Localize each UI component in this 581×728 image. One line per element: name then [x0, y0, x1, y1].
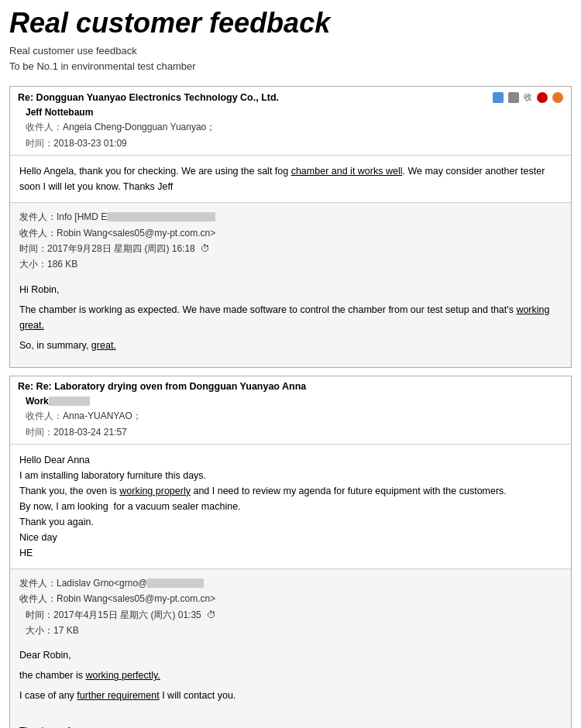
- quoted-greeting-2: Dear Robin,: [19, 647, 562, 663]
- quoted-from-1: 发件人：Info [HMD E■■■■■■■■■■■■■■■■■■■■■: [19, 209, 562, 225]
- email-time-1: 时间：2018-03-23 01:09: [18, 136, 563, 152]
- quoted-section-2: 发件人：Ladislav Grno<grno@■■■■■■■■■■■ 收件人：R…: [10, 568, 571, 728]
- quoted-meta-1: 发件人：Info [HMD E■■■■■■■■■■■■■■■■■■■■■ 收件人…: [19, 209, 562, 273]
- email-subject-2: Re: Re: Laboratory drying oven from Dong…: [18, 381, 306, 392]
- quoted-underline-2b: further requirement: [77, 690, 159, 701]
- quoted-greeting-1: Hi Robin,: [19, 282, 562, 297]
- body-line-1: I am installing laboratory furniture thi…: [19, 468, 562, 483]
- quoted-closing-2: Thank you for care.: [19, 723, 562, 728]
- quoted-meta-2: 发件人：Ladislav Grno<grno@■■■■■■■■■■■ 收件人：R…: [19, 575, 562, 639]
- redacted-1: ■■■■■■■■■■■■■■■■■■■■■: [107, 212, 215, 221]
- quoted-to-2: 收件人：Robin Wang<sales05@my-pt.com.cn>: [19, 591, 562, 606]
- quoted-body-text-4: I case of any further requirement I will…: [19, 688, 562, 703]
- email-icon-orange: [552, 92, 563, 103]
- body-line-2: Thank you, the oven is working properly …: [19, 483, 562, 499]
- body-line-3: By now, I am looking for a vacuum sealer…: [19, 499, 562, 514]
- email-sender-1: Jeff Nottebaum: [18, 105, 563, 119]
- body-underline-1: chamber and it works well: [291, 166, 403, 177]
- email-icon-text1: 收: [524, 91, 532, 103]
- quoted-time-1: 时间：2017年9月28日 星期四 (周四) 16:18 ⏱: [19, 241, 562, 256]
- email-sender-2: Work■■■■■■■■: [18, 394, 563, 408]
- quoted-from-2: 发件人：Ladislav Grno<grno@■■■■■■■■■■■: [19, 575, 562, 591]
- page-subtitle: Real customer use feedback To be No.1 in…: [9, 43, 572, 76]
- email-icons-1: 收: [493, 91, 563, 103]
- email-block-1: Re: Dongguan Yuanyao Electronics Technol…: [9, 86, 572, 368]
- email-time-2: 时间：2018-03-24 21:57: [18, 424, 563, 441]
- body-line-6: HE: [19, 545, 562, 561]
- email-icon-blue: [493, 92, 504, 103]
- quoted-size-2: 大小：17 KB: [19, 623, 562, 638]
- clock-icon-1: ⏱: [201, 243, 210, 254]
- quoted-section-1: 发件人：Info [HMD E■■■■■■■■■■■■■■■■■■■■■ 收件人…: [10, 202, 571, 367]
- quoted-underline-2a: working perfectly.: [85, 670, 160, 681]
- clock-icon-2: ⏱: [207, 610, 216, 620]
- quoted-body-2: Dear Robin, the chamber is working perfe…: [19, 643, 562, 728]
- email-block-2: Re: Re: Laboratory drying oven from Dong…: [9, 376, 572, 728]
- quoted-body-text-1: The chamber is working as expected. We h…: [19, 302, 562, 333]
- quoted-body-text-2: So, in summary, great.: [19, 338, 562, 353]
- body-line-greeting: Hello Dear Anna: [19, 452, 562, 468]
- quoted-time-2: 时间：2017年4月15日 星期六 (周六) 01:35 ⏱: [19, 607, 562, 623]
- email-subject-1: Re: Dongguan Yuanyao Electronics Technol…: [18, 92, 279, 103]
- page-title: Real customer feedback: [9, 8, 572, 39]
- body-underline-2: working properly: [119, 486, 191, 496]
- redacted-2: ■■■■■■■■■■■: [147, 579, 204, 588]
- quoted-size-1: 大小：186 KB: [19, 256, 562, 272]
- email-body-1: Hello Angela, thank you for checking. We…: [10, 156, 571, 202]
- body-line-5: Nice day: [19, 530, 562, 545]
- quoted-to-1: 收件人：Robin Wang<sales05@my-pt.com.cn>: [19, 225, 562, 241]
- body-line-4: Thank you again.: [19, 514, 562, 530]
- quoted-body-text-3: the chamber is working perfectly.: [19, 668, 562, 683]
- email-icon-red: [537, 92, 548, 103]
- email-header-1: Re: Dongguan Yuanyao Electronics Technol…: [10, 87, 571, 156]
- email-body-2: Hello Dear Anna I am installing laborato…: [10, 445, 571, 568]
- email-to-2: 收件人：Anna-YUANYAO；: [18, 408, 563, 424]
- quoted-underline-1b: great.: [91, 340, 116, 351]
- email-header-2: Re: Re: Laboratory drying oven from Dong…: [10, 376, 571, 445]
- redacted-sender-2: ■■■■■■■■: [49, 397, 90, 406]
- quoted-body-1: Hi Robin, The chamber is working as expe…: [19, 277, 562, 361]
- email-icon-gray: [508, 92, 519, 103]
- email-to-1: 收件人：Angela Cheng-Dongguan Yuanyao；: [18, 119, 563, 136]
